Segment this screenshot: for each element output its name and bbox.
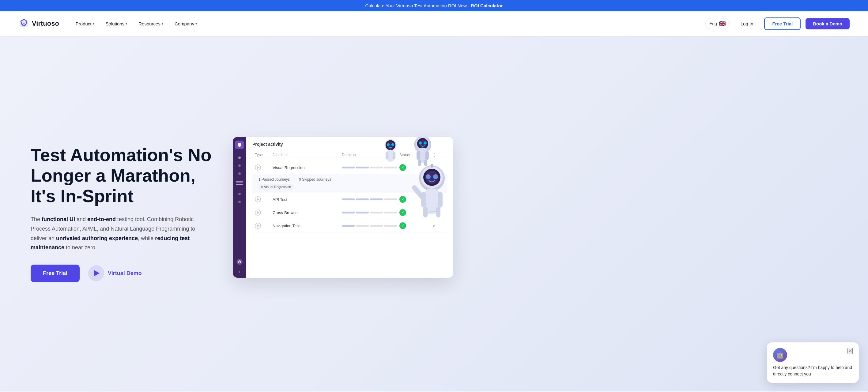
hero-section: Test Automation's No Longer a Marathon, … [0,36,868,391]
progress-bar-2 [356,212,369,213]
sidebar-dot-5 [238,201,241,203]
logo-link[interactable]: Virtuoso [19,18,59,29]
play-triangle-icon [94,270,99,276]
chat-header: 🤖 ✕ [773,348,853,362]
nav-product[interactable]: Product ▾ [71,19,99,29]
hero-title: Test Automation's No Longer a Marathon, … [31,145,220,206]
progress-bar-4 [384,225,397,227]
progress-bar-1 [342,212,355,213]
sidebar-logo [235,141,244,149]
product-chevron-icon: ▾ [93,22,95,26]
hero-virtual-demo-button[interactable]: Virtual Demo [88,265,142,281]
progress-bars [342,199,397,200]
row-label: Navigation Test [273,223,339,228]
progress-bar-3 [370,212,383,213]
tag-dot [261,186,263,188]
row-play-icon[interactable] [255,223,261,229]
row-label: API Test [273,197,339,202]
progress-bar-3 [370,225,383,227]
expand-chevron[interactable]: ∨ [432,223,445,228]
row-label: Cross-Browser [273,210,339,215]
project-activity-title: Project activity [252,142,447,147]
progress-bar-1 [342,199,355,200]
flag-icon: 🇬🇧 [719,20,725,27]
hero-description: The functional UI and end-to-end testing… [31,215,196,252]
progress-bar-4 [384,199,397,200]
sidebar-power-icon[interactable]: ⏻ [237,259,243,265]
announcement-text: Calculate Your Virtuoso Test Automation … [365,3,471,8]
chat-close-button[interactable]: ✕ [847,348,853,354]
free-trial-nav-button[interactable]: Free Trial [764,18,801,30]
language-selector[interactable]: Eng 🇬🇧 [705,18,730,29]
announcement-bar: Calculate Your Virtuoso Test Automation … [0,0,868,11]
logo-text: Virtuoso [32,20,59,28]
resources-chevron-icon: ▾ [162,22,163,26]
row-play-icon[interactable] [255,196,261,203]
table-row: Navigation Test ✓ ∨ [252,219,447,233]
chat-widget: 🤖 ✕ Got any questions? I'm happy to help… [767,342,859,383]
navbar: Virtuoso Product ▾ Solutions ▾ Resources… [0,11,868,36]
dashboard-card: ⏻ › Project activity Type Job detail Dur… [233,137,453,278]
progress-bar-4 [384,167,397,169]
dashboard-main: Project activity Type Job detail Duratio… [246,137,453,278]
progress-bar-4 [384,212,397,213]
logo-icon [19,18,29,29]
sidebar-list-icon [236,181,243,186]
expand-chevron[interactable]: ∧ [432,165,445,170]
roi-calculator-link[interactable]: ROI Calculator [471,3,503,8]
table-header: Type Job detail Duration Status ⋮ [252,151,447,159]
progress-bar-2 [356,167,369,169]
sidebar-logo-icon [237,142,242,147]
progress-bar-2 [356,199,369,200]
progress-bar-2 [356,225,369,227]
expanded-stats: 1 Passed Journeys 0 Skipped Journeys [258,177,441,182]
status-check-icon: ✓ [399,222,406,229]
hero-visual: ⏻ › Project activity Type Job detail Dur… [220,137,849,290]
row-play-icon[interactable] [255,164,261,171]
sidebar-dot-2 [238,164,241,167]
table-row: API Test ✓ ∨ [252,193,447,206]
status-check-icon: ✓ [399,209,406,216]
chat-text: Got any questions? I'm happy to help and… [773,364,853,377]
status-check-icon: ✓ [399,164,406,171]
play-button-icon [88,265,104,281]
progress-bar-1 [342,225,355,227]
expand-chevron[interactable]: ∨ [432,197,445,202]
chat-avatar: 🤖 [773,348,787,362]
nav-links: Product ▾ Solutions ▾ Resources ▾ Compan… [71,19,705,29]
progress-bar-3 [370,199,383,200]
tag-visual-regression: Visual Regression [258,184,293,189]
nav-company[interactable]: Company ▾ [170,19,202,29]
company-chevron-icon: ▾ [195,22,197,26]
progress-bars [342,225,397,227]
progress-bars [342,167,397,169]
book-demo-button[interactable]: Book a Demo [806,18,849,29]
chat-avatar-emoji: 🤖 [776,351,784,359]
expand-chevron[interactable]: ∨ [432,210,445,215]
row-label: Visual Regression [273,165,339,170]
dashboard-wrapper: ⏻ › Project activity Type Job detail Dur… [233,137,453,278]
progress-bar-1 [342,167,355,169]
skipped-stat: 0 Skipped Journeys [299,177,331,182]
progress-bar-3 [370,167,383,169]
login-button[interactable]: Log In [735,19,760,29]
hero-buttons: Free Trial Virtual Demo [31,265,220,282]
sidebar-dot-1 [238,156,241,159]
passed-stat: 1 Passed Journeys [258,177,290,182]
sidebar-arrow-icon: › [239,270,240,274]
hero-free-trial-button[interactable]: Free Trial [31,265,80,282]
table-row: Cross-Browser ✓ ∨ [252,206,447,219]
lang-label: Eng [709,21,717,26]
solutions-chevron-icon: ▾ [126,22,127,26]
expanded-row: 1 Passed Journeys 0 Skipped Journeys Vis… [252,174,447,193]
dashboard-sidebar: ⏻ › [233,137,246,278]
sidebar-dot-3 [238,173,241,175]
table-row: Visual Regression ✓ ∧ [252,161,447,174]
row-play-icon[interactable] [255,209,261,216]
nav-right: Eng 🇬🇧 Log In Free Trial Book a Demo [705,18,849,30]
nav-resources[interactable]: Resources ▾ [134,19,168,29]
nav-solutions[interactable]: Solutions ▾ [101,19,132,29]
sidebar-dot-4 [238,193,241,195]
status-check-icon: ✓ [399,196,406,203]
progress-bars [342,212,397,213]
